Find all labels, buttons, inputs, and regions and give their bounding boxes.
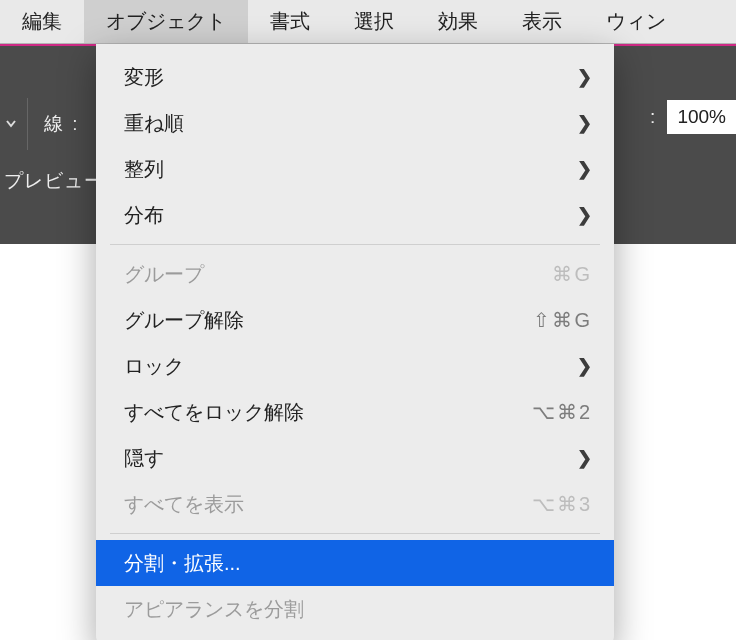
menu-separator (110, 533, 600, 534)
menu-item-hide[interactable]: 隠す ❯ (96, 435, 614, 481)
menubar: 編集 オブジェクト 書式 選択 効果 表示 ウィン (0, 0, 736, 44)
stroke-section: 線 : (0, 98, 88, 150)
chevron-right-icon: ❯ (577, 204, 592, 226)
menu-select[interactable]: 選択 (332, 0, 416, 43)
opacity-section: : 100% (650, 100, 736, 134)
chevron-right-icon: ❯ (577, 447, 592, 469)
menu-item-align[interactable]: 整列 ❯ (96, 146, 614, 192)
chevron-right-icon: ❯ (577, 158, 592, 180)
menu-format[interactable]: 書式 (248, 0, 332, 43)
shortcut-label: ⇧⌘G (533, 308, 592, 332)
shortcut-label: ⌥⌘3 (532, 492, 592, 516)
menu-item-expand[interactable]: 分割・拡張... (96, 540, 614, 586)
menu-item-transform[interactable]: 変形 ❯ (96, 54, 614, 100)
menu-item-expand-appearance: アピアランスを分割 (96, 586, 614, 632)
menu-object[interactable]: オブジェクト (84, 0, 248, 43)
menu-item-arrange[interactable]: 重ね順 ❯ (96, 100, 614, 146)
opacity-input[interactable]: 100% (667, 100, 736, 134)
menu-separator (110, 244, 600, 245)
opacity-colon: : (650, 106, 667, 128)
chevron-right-icon: ❯ (577, 112, 592, 134)
preview-label: プレビュー (0, 168, 104, 194)
menu-effect[interactable]: 効果 (416, 0, 500, 43)
stroke-dropdown-chevron-icon[interactable] (0, 98, 28, 150)
menu-view[interactable]: 表示 (500, 0, 584, 43)
menu-window[interactable]: ウィン (584, 0, 666, 43)
menu-item-ungroup[interactable]: グループ解除 ⇧⌘G (96, 297, 614, 343)
menu-edit[interactable]: 編集 (0, 0, 84, 43)
stroke-label: 線 : (28, 111, 88, 137)
menu-item-lock[interactable]: ロック ❯ (96, 343, 614, 389)
menu-item-group: グループ ⌘G (96, 251, 614, 297)
chevron-right-icon: ❯ (577, 355, 592, 377)
menu-item-show-all: すべてを表示 ⌥⌘3 (96, 481, 614, 527)
shortcut-label: ⌘G (552, 262, 592, 286)
object-menu-dropdown: 変形 ❯ 重ね順 ❯ 整列 ❯ 分布 ❯ グループ ⌘G グループ解除 ⇧⌘G … (96, 44, 614, 640)
shortcut-label: ⌥⌘2 (532, 400, 592, 424)
menu-item-distribute[interactable]: 分布 ❯ (96, 192, 614, 238)
menu-item-unlock-all[interactable]: すべてをロック解除 ⌥⌘2 (96, 389, 614, 435)
chevron-right-icon: ❯ (577, 66, 592, 88)
